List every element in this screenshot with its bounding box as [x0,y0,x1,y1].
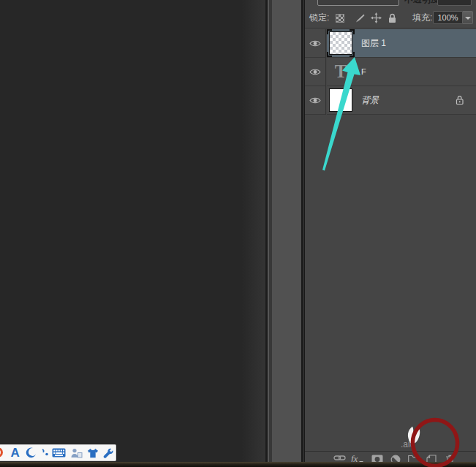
visibility-toggle[interactable] [305,58,326,86]
brush-icon [354,13,365,23]
lock-label: 锁定: [309,7,329,28]
ime-width-toggle[interactable] [23,444,39,461]
taskbar-edge-strip [0,462,476,467]
workspace-gap-strip [272,0,301,467]
ime-language-toggle[interactable]: A [7,444,23,461]
layer-thumbnail[interactable] [329,31,352,55]
text-layer-thumbnail[interactable]: T [329,60,352,83]
layer-name[interactable]: 背景 [361,94,379,107]
ime-logo-icon[interactable] [0,444,7,461]
visibility-toggle[interactable] [305,86,326,115]
layers-list-empty-area [305,115,476,451]
move-icon [371,12,382,23]
watermark-text: .aid [401,439,415,449]
layer-thumbnail[interactable] [329,88,352,112]
selection-corner [350,52,355,57]
layer-row-layer1[interactable]: 图层 1 [305,29,476,58]
ime-toolbox-button[interactable] [101,444,116,461]
lock-options-row: 锁定: 填充: 100% [305,7,476,28]
moon-icon [26,447,37,458]
padlock-icon [388,13,397,23]
eye-icon [309,39,321,48]
fill-dropdown-button[interactable] [463,11,473,24]
ime-skin-button[interactable] [86,444,102,461]
wrench-icon [103,448,113,458]
selection-corner [327,29,332,34]
tshirt-icon [87,448,99,458]
user-icon [70,448,83,458]
document-canvas[interactable] [0,0,265,467]
layer-row-text-f[interactable]: T F [305,58,476,86]
layer-row-background[interactable]: 背景 [305,86,476,115]
punctuation-icon [41,448,49,457]
chevron-down-icon [465,17,471,20]
ime-punctuation-toggle[interactable] [39,444,50,461]
layer-name[interactable]: F [361,67,366,76]
ime-toolbar: A [0,444,116,461]
layer-name[interactable]: 图层 1 [361,37,386,50]
selection-corner [327,52,332,57]
background-lock-icon [455,95,464,108]
link-icon [333,455,346,461]
ime-soft-keyboard-button[interactable] [50,444,68,461]
white-thumbnail [329,88,352,112]
fill-value-field[interactable]: 100% [433,11,463,24]
selection-corner [350,29,355,34]
link-layers-button[interactable] [333,455,346,461]
ime-user-button[interactable] [68,444,86,461]
keyboard-icon [52,448,66,457]
sogou-logo-icon [0,447,3,457]
visibility-toggle[interactable] [305,29,326,58]
eye-icon [309,96,321,105]
opacity-value-field[interactable] [437,0,472,6]
lock-image-pixels-button[interactable] [353,12,365,23]
lock-all-button[interactable] [386,12,398,23]
blend-mode-dropdown[interactable] [317,0,399,6]
fill-label: 填充: [412,7,432,28]
checkerboard-icon [336,14,344,23]
lock-position-button[interactable] [370,12,382,23]
lock-transparent-pixels-button[interactable] [334,12,346,23]
layers-panel: 不透明度 锁定: 填充: 100% [305,0,476,467]
eye-icon [309,68,321,76]
